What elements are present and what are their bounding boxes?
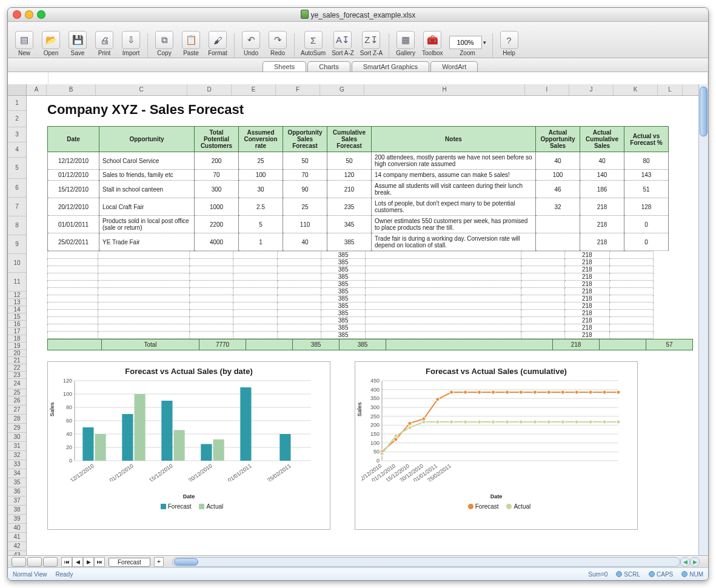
zoom-button[interactable]: ▾Zoom bbox=[447, 36, 489, 58]
column-header[interactable]: H bbox=[364, 84, 525, 95]
worksheet-grid[interactable]: Company XYZ - Sales Forecast DateOpportu… bbox=[27, 96, 708, 556]
column-header-cell[interactable]: Cumulative Sales Forecast bbox=[327, 127, 372, 152]
redo-button[interactable]: ↷Redo bbox=[265, 31, 290, 58]
new-button[interactable]: ▤New bbox=[12, 31, 37, 58]
formula-input[interactable] bbox=[49, 72, 708, 85]
status-bar: Normal View Ready Sum=0 SCRL CAPS NUM bbox=[8, 567, 708, 580]
add-sheet-button[interactable]: + bbox=[154, 557, 164, 567]
table-row[interactable]: 25/02/2011YE Trade Fair4000140385Trade f… bbox=[48, 233, 669, 251]
column-header-cell[interactable]: Actual Opportunity Sales bbox=[536, 127, 580, 152]
column-header-cell[interactable]: Actual vs Forecast % bbox=[624, 127, 669, 152]
save-button[interactable]: 💾Save bbox=[65, 31, 90, 58]
table-row[interactable]: 15/12/2010Stall in school canteen3003090… bbox=[48, 181, 669, 198]
report-title: Company XYZ - Sales Forecast bbox=[47, 102, 707, 118]
svg-point-70 bbox=[380, 452, 384, 455]
view-mode-buttons[interactable] bbox=[12, 557, 58, 567]
select-all-corner[interactable] bbox=[8, 84, 26, 96]
chart-legend: Forecast Actual bbox=[361, 503, 631, 510]
svg-text:80: 80 bbox=[66, 404, 72, 410]
svg-text:200: 200 bbox=[370, 422, 380, 428]
view-label: Normal View bbox=[13, 571, 47, 578]
name-box[interactable] bbox=[8, 72, 49, 85]
gallery-button[interactable]: ▦Gallery bbox=[393, 31, 418, 58]
line-chart-svg: 05010015020025030035040045012/12/201001/… bbox=[361, 378, 622, 481]
sort-a-z-button[interactable]: A↧Sort A-Z bbox=[329, 31, 356, 58]
scrollbar-thumb[interactable] bbox=[700, 87, 708, 136]
ribbon-tab-wordart[interactable]: WordArt bbox=[430, 61, 478, 72]
svg-text:12/12/2010: 12/12/2010 bbox=[69, 463, 95, 481]
table-row[interactable]: 20/12/2010Local Craft Fair10002.525235Lo… bbox=[48, 198, 669, 216]
column-header-cell[interactable]: Opportunity Sales Forecast bbox=[283, 127, 327, 152]
forecast-table[interactable]: DateOpportunityTotal Potential Customers… bbox=[47, 126, 669, 251]
paste-button[interactable]: 📋Paste bbox=[178, 31, 204, 58]
ribbon-tab-smartart-graphics[interactable]: SmartArt Graphics bbox=[352, 61, 429, 72]
svg-text:40: 40 bbox=[66, 431, 72, 437]
column-header[interactable]: L bbox=[658, 84, 683, 95]
autosum-button[interactable]: ΣAutoSum bbox=[298, 31, 328, 58]
sheet-tab-forecast[interactable]: Forecast bbox=[109, 558, 150, 567]
svg-point-83 bbox=[561, 420, 564, 424]
column-header[interactable]: J bbox=[569, 84, 614, 95]
column-header-cell[interactable]: Notes bbox=[372, 127, 536, 152]
column-header[interactable]: A bbox=[27, 84, 47, 95]
print-icon: 🖨 bbox=[95, 31, 113, 49]
svg-text:100: 100 bbox=[63, 391, 72, 397]
scroll-right-icon[interactable]: ▶ bbox=[690, 557, 700, 567]
column-header[interactable]: C bbox=[96, 84, 187, 95]
paste-icon: 📋 bbox=[182, 31, 200, 49]
print-button[interactable]: 🖨Print bbox=[92, 31, 117, 58]
table-row[interactable]: 01/01/2011Products sold in local post of… bbox=[48, 216, 669, 233]
svg-point-80 bbox=[519, 420, 523, 424]
column-header[interactable]: G bbox=[320, 84, 364, 95]
horizontal-scrollbar[interactable]: ◀ ▶ bbox=[172, 557, 700, 567]
column-header-cell[interactable]: Assumed Conversion rate bbox=[239, 127, 283, 152]
sheet-nav-buttons[interactable]: ⏮◀▶⏭ bbox=[61, 557, 105, 567]
column-header[interactable]: F bbox=[276, 84, 320, 95]
redo-icon: ↷ bbox=[269, 31, 287, 49]
table-row[interactable]: 12/12/2010School Carol Service2002550502… bbox=[48, 152, 669, 170]
svg-text:0: 0 bbox=[69, 458, 72, 464]
column-header[interactable]: K bbox=[614, 84, 658, 95]
svg-text:20: 20 bbox=[66, 444, 72, 450]
table-row[interactable]: 01/12/2010Sales to friends, family etc70… bbox=[48, 170, 669, 181]
ribbon-tab-sheets[interactable]: Sheets bbox=[263, 61, 306, 72]
column-header[interactable]: I bbox=[525, 84, 569, 95]
column-header[interactable]: E bbox=[232, 84, 276, 95]
column-headers[interactable]: ABCDEFGHIJKL bbox=[27, 84, 708, 96]
column-header-cell[interactable]: Date bbox=[48, 127, 99, 152]
column-header-cell[interactable]: Actual Cumulative Sales bbox=[580, 127, 624, 152]
empty-rows[interactable]: 3852183852183852183852183852183852183852… bbox=[47, 251, 654, 339]
svg-text:350: 350 bbox=[370, 395, 380, 401]
toolbox-button[interactable]: 🧰Toolbox bbox=[420, 31, 445, 58]
column-header[interactable]: B bbox=[47, 84, 96, 95]
column-header-cell[interactable]: Total Potential Customers bbox=[195, 127, 239, 152]
help-button[interactable]: ?Help bbox=[497, 31, 522, 58]
svg-text:400: 400 bbox=[370, 387, 380, 393]
sort-z-a-button[interactable]: Z↧Sort Z-A bbox=[358, 31, 385, 58]
format-button[interactable]: 🖌Format bbox=[205, 31, 230, 58]
zoom-input[interactable] bbox=[449, 36, 482, 49]
import-button[interactable]: ⇩Import bbox=[118, 31, 144, 58]
chart-title: Forecast vs Actual Sales (cumulative) bbox=[361, 367, 631, 376]
bar-chart[interactable]: Forecast vs Actual Sales (by date) Sales… bbox=[47, 361, 330, 530]
undo-button[interactable]: ↶Undo bbox=[238, 31, 264, 58]
toolbox-icon: 🧰 bbox=[423, 31, 441, 49]
column-header[interactable]: D bbox=[187, 84, 232, 95]
open-button[interactable]: 📂Open bbox=[38, 31, 64, 58]
svg-rect-21 bbox=[161, 401, 172, 461]
row-headers[interactable]: 1234567891011121314151617181920212223242… bbox=[8, 84, 27, 556]
window-title: ye_sales_forecast_example.xlsx bbox=[8, 10, 708, 19]
vertical-scrollbar[interactable] bbox=[698, 84, 708, 556]
svg-rect-18 bbox=[122, 414, 133, 461]
svg-text:60: 60 bbox=[66, 418, 72, 424]
scroll-left-icon[interactable]: ◀ bbox=[680, 557, 690, 567]
svg-text:20/12/2010: 20/12/2010 bbox=[187, 463, 213, 481]
line-chart[interactable]: Forecast vs Actual Sales (cumulative) Sa… bbox=[355, 361, 638, 530]
svg-text:450: 450 bbox=[370, 378, 380, 384]
svg-rect-27 bbox=[240, 387, 251, 461]
svg-point-54 bbox=[408, 421, 412, 425]
ribbon-tab-charts[interactable]: Charts bbox=[307, 61, 350, 72]
copy-button[interactable]: ⧉Copy bbox=[152, 31, 177, 58]
column-header-cell[interactable]: Opportunity bbox=[99, 127, 195, 152]
main-toolbar: ▤New📂Open💾Save🖨Print⇩Import⧉Copy📋Paste🖌F… bbox=[8, 22, 708, 58]
